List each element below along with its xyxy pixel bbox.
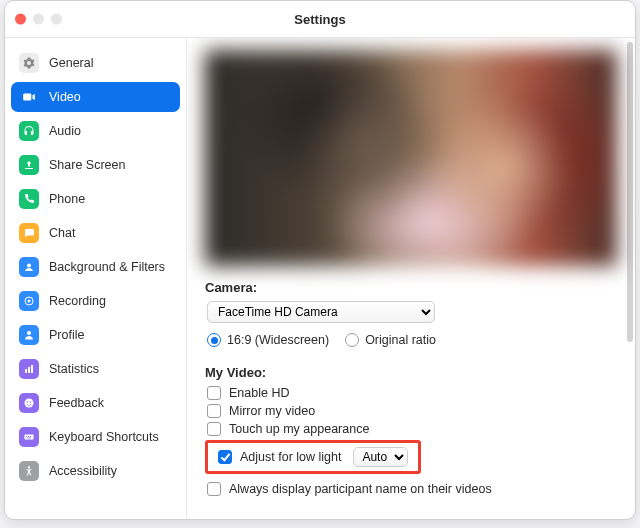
minimize-window-button[interactable] [33, 14, 44, 25]
low-light-mode-select[interactable]: Auto [353, 447, 408, 467]
svg-point-9 [30, 401, 31, 402]
svg-point-2 [28, 300, 31, 303]
sidebar-item-phone[interactable]: Phone [11, 184, 180, 214]
profile-icon [19, 325, 39, 345]
sidebar-item-share-screen[interactable]: Share Screen [11, 150, 180, 180]
svg-rect-12 [28, 436, 29, 437]
sidebar-item-label: Background & Filters [49, 260, 165, 274]
aspect-original-radio[interactable] [345, 333, 359, 347]
mirror-video-checkbox[interactable] [207, 404, 221, 418]
sidebar-item-label: Chat [49, 226, 75, 240]
headphones-icon [19, 121, 39, 141]
sidebar-item-label: Feedback [49, 396, 104, 410]
keyboard-icon [19, 427, 39, 447]
svg-rect-6 [31, 365, 33, 373]
scrollbar[interactable] [627, 42, 633, 342]
statistics-icon [19, 359, 39, 379]
low-light-checkbox[interactable] [218, 450, 232, 464]
aspect-widescreen-label: 16:9 (Widescreen) [227, 333, 329, 347]
accessibility-icon [19, 461, 39, 481]
low-light-highlight: Adjust for low light Auto [205, 440, 421, 474]
feedback-icon [19, 393, 39, 413]
always-names-checkbox[interactable] [207, 482, 221, 496]
sidebar-item-label: Audio [49, 124, 81, 138]
sidebar-item-label: Video [49, 90, 81, 104]
background-filters-icon [19, 257, 39, 277]
settings-sidebar: General Video Audio Share Screen [5, 38, 187, 519]
sidebar-item-audio[interactable]: Audio [11, 116, 180, 146]
sidebar-item-feedback[interactable]: Feedback [11, 388, 180, 418]
aspect-original-label: Original ratio [365, 333, 436, 347]
settings-body: General Video Audio Share Screen [5, 38, 635, 519]
close-window-button[interactable] [15, 14, 26, 25]
sidebar-item-background-filters[interactable]: Background & Filters [11, 252, 180, 282]
sidebar-item-general[interactable]: General [11, 48, 180, 78]
sidebar-item-statistics[interactable]: Statistics [11, 354, 180, 384]
mirror-video-label: Mirror my video [229, 404, 315, 418]
sidebar-item-label: Keyboard Shortcuts [49, 430, 159, 444]
sidebar-item-label: Phone [49, 192, 85, 206]
svg-point-8 [27, 401, 28, 402]
svg-point-7 [25, 399, 34, 408]
touch-up-checkbox[interactable] [207, 422, 221, 436]
sidebar-item-keyboard-shortcuts[interactable]: Keyboard Shortcuts [11, 422, 180, 452]
touch-up-label: Touch up my appearance [229, 422, 369, 436]
always-names-label: Always display participant name on their… [229, 482, 492, 496]
sidebar-item-label: Recording [49, 294, 106, 308]
settings-window: Settings General Video Audio [4, 0, 636, 520]
sidebar-item-label: General [49, 56, 93, 70]
phone-icon [19, 189, 39, 209]
svg-rect-5 [28, 367, 30, 373]
window-title: Settings [294, 12, 345, 27]
svg-rect-11 [26, 436, 27, 437]
video-settings-panel: Camera: FaceTime HD Camera 16:9 (Widescr… [187, 38, 635, 519]
sidebar-item-profile[interactable]: Profile [11, 320, 180, 350]
camera-preview [205, 50, 617, 266]
sidebar-item-label: Share Screen [49, 158, 125, 172]
camera-section-title: Camera: [205, 280, 617, 295]
zoom-window-button[interactable] [51, 14, 62, 25]
enable-hd-label: Enable HD [229, 386, 289, 400]
svg-rect-14 [27, 438, 31, 439]
titlebar: Settings [5, 1, 635, 38]
share-screen-icon [19, 155, 39, 175]
record-icon [19, 291, 39, 311]
sidebar-item-accessibility[interactable]: Accessibility [11, 456, 180, 486]
svg-rect-13 [30, 436, 31, 437]
gear-icon [19, 53, 39, 73]
chat-icon [19, 223, 39, 243]
window-controls[interactable] [15, 14, 62, 25]
sidebar-item-video[interactable]: Video [11, 82, 180, 112]
my-video-section-title: My Video: [205, 365, 617, 380]
video-camera-icon [19, 87, 39, 107]
sidebar-item-recording[interactable]: Recording [11, 286, 180, 316]
sidebar-item-label: Statistics [49, 362, 99, 376]
sidebar-item-chat[interactable]: Chat [11, 218, 180, 248]
svg-point-0 [27, 264, 31, 268]
svg-point-15 [28, 466, 30, 468]
sidebar-item-label: Accessibility [49, 464, 117, 478]
low-light-label: Adjust for low light [240, 450, 341, 464]
svg-rect-4 [25, 369, 27, 373]
camera-select[interactable]: FaceTime HD Camera [207, 301, 435, 323]
aspect-widescreen-radio[interactable] [207, 333, 221, 347]
enable-hd-checkbox[interactable] [207, 386, 221, 400]
svg-point-3 [27, 331, 31, 335]
sidebar-item-label: Profile [49, 328, 84, 342]
